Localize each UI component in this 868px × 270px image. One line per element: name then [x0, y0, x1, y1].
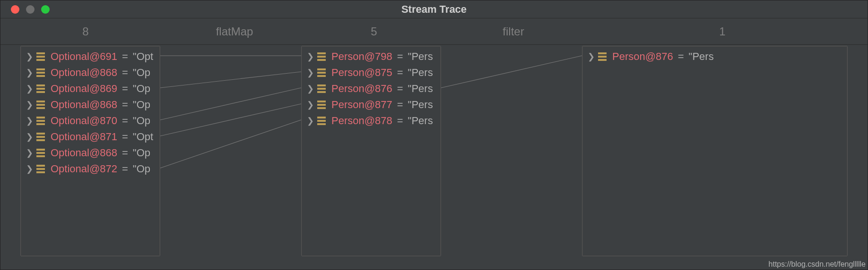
equals: = [121, 51, 129, 63]
object-value: "Pers [408, 51, 433, 63]
list-item[interactable]: ❯ Optional@870 = "Op [21, 113, 159, 129]
object-value: "Op [133, 147, 150, 159]
object-icon [317, 117, 326, 125]
chevron-right-icon[interactable]: ❯ [26, 132, 33, 142]
object-icon [317, 68, 326, 77]
object-icon [598, 52, 607, 61]
panel-flatmap-list[interactable]: ❯ Person@798 = "Pers ❯ Person@875 = "Per… [302, 46, 441, 256]
object-value: "Op [133, 163, 150, 175]
object-value: "Pers [408, 67, 433, 79]
object-icon [36, 165, 45, 173]
panel-filter: ❯ Person@876 = "Pers [582, 46, 848, 256]
chevron-right-icon[interactable]: ❯ [26, 148, 33, 158]
list-item[interactable]: ❯ Optional@868 = "Op [21, 145, 159, 161]
list-item[interactable]: ❯ Person@876 = "Pers [302, 81, 440, 97]
object-value: "Pers [689, 51, 714, 63]
equals: = [121, 115, 129, 127]
header-count-2: 5 [298, 18, 450, 44]
object-icon [36, 117, 45, 125]
object-value: "Opt [133, 131, 153, 143]
titlebar[interactable]: Stream Trace [0, 0, 868, 18]
panel-input-list[interactable]: ❯ Optional@691 = "Opt ❯ Optional@868 = "… [21, 46, 160, 256]
chevron-right-icon[interactable]: ❯ [307, 116, 313, 126]
chevron-right-icon[interactable]: ❯ [307, 68, 313, 78]
equals: = [121, 147, 129, 159]
panel-flatmap: ❯ Person@798 = "Pers ❯ Person@875 = "Per… [301, 46, 441, 256]
object-name: Optional@870 [51, 115, 117, 127]
object-name: Person@877 [331, 99, 392, 111]
list-item[interactable]: ❯ Person@798 = "Pers [302, 49, 440, 65]
header-op-filter: filter [450, 18, 577, 44]
object-name: Optional@868 [51, 147, 117, 159]
object-icon [317, 101, 326, 109]
object-name: Person@875 [331, 67, 392, 79]
object-icon [317, 84, 326, 93]
window-title: Stream Trace [401, 3, 467, 16]
object-name: Optional@691 [51, 51, 117, 63]
chevron-right-icon[interactable]: ❯ [307, 51, 313, 62]
list-item[interactable]: ❯ Person@878 = "Pers [302, 113, 440, 129]
object-icon [317, 52, 326, 61]
trace-body: ❯ Optional@691 = "Opt ❯ Optional@868 = "… [0, 45, 868, 270]
panel-input: ❯ Optional@691 = "Opt ❯ Optional@868 = "… [20, 46, 160, 256]
list-item[interactable]: ❯ Optional@868 = "Op [21, 97, 159, 113]
object-name: Person@876 [331, 83, 392, 95]
object-name: Person@798 [331, 51, 392, 63]
watermark: https://blog.csdn.net/fengllllle [769, 260, 866, 269]
list-item[interactable]: ❯ Optional@868 = "Op [21, 65, 159, 81]
close-icon[interactable] [11, 5, 19, 14]
chevron-right-icon[interactable]: ❯ [26, 84, 33, 94]
equals: = [396, 83, 404, 95]
object-icon [36, 133, 45, 141]
chevron-right-icon[interactable]: ❯ [26, 51, 33, 62]
object-value: "Pers [408, 83, 433, 95]
equals: = [121, 67, 129, 79]
object-icon [36, 68, 45, 77]
equals: = [121, 163, 129, 175]
chevron-right-icon[interactable]: ❯ [26, 116, 33, 126]
chevron-right-icon[interactable]: ❯ [26, 68, 33, 78]
svg-line-5 [441, 56, 582, 88]
object-name: Optional@872 [51, 163, 117, 175]
equals: = [396, 51, 404, 63]
traffic-lights [11, 5, 50, 14]
equals: = [121, 99, 129, 111]
list-item[interactable]: ❯ Person@875 = "Pers [302, 65, 440, 81]
object-value: "Op [133, 83, 150, 95]
minimize-icon[interactable] [26, 5, 35, 14]
object-icon [36, 52, 45, 61]
object-name: Person@876 [612, 51, 673, 63]
chevron-right-icon[interactable]: ❯ [588, 51, 594, 62]
header-count-1: 8 [0, 18, 171, 44]
list-item[interactable]: ❯ Optional@871 = "Opt [21, 129, 159, 145]
list-item[interactable]: ❯ Optional@872 = "Op [21, 161, 159, 177]
svg-line-4 [160, 120, 301, 168]
list-item[interactable]: ❯ Person@877 = "Pers [302, 97, 440, 113]
object-value: "Pers [408, 115, 433, 127]
svg-line-1 [160, 72, 301, 88]
svg-line-2 [160, 88, 301, 120]
object-name: Optional@868 [51, 99, 117, 111]
maximize-icon[interactable] [41, 5, 50, 14]
window: Stream Trace 8 flatMap 5 filter 1 ❯ [0, 0, 868, 270]
object-name: Optional@869 [51, 83, 117, 95]
column-headers: 8 flatMap 5 filter 1 [0, 18, 868, 45]
header-op-flatmap: flatMap [171, 18, 298, 44]
object-icon [36, 84, 45, 93]
chevron-right-icon[interactable]: ❯ [307, 100, 313, 110]
list-item[interactable]: ❯ Person@876 = "Pers [583, 49, 847, 65]
equals: = [396, 67, 404, 79]
chevron-right-icon[interactable]: ❯ [307, 84, 313, 94]
chevron-right-icon[interactable]: ❯ [26, 164, 33, 174]
svg-line-3 [160, 104, 301, 136]
object-name: Person@878 [331, 115, 392, 127]
list-item[interactable]: ❯ Optional@691 = "Opt [21, 49, 159, 65]
panel-filter-list[interactable]: ❯ Person@876 = "Pers [582, 46, 847, 256]
equals: = [121, 83, 129, 95]
chevron-right-icon[interactable]: ❯ [26, 100, 33, 110]
equals: = [677, 51, 685, 63]
object-value: "Op [133, 115, 150, 127]
object-value: "Op [133, 67, 150, 79]
object-icon [36, 101, 45, 109]
list-item[interactable]: ❯ Optional@869 = "Op [21, 81, 159, 97]
